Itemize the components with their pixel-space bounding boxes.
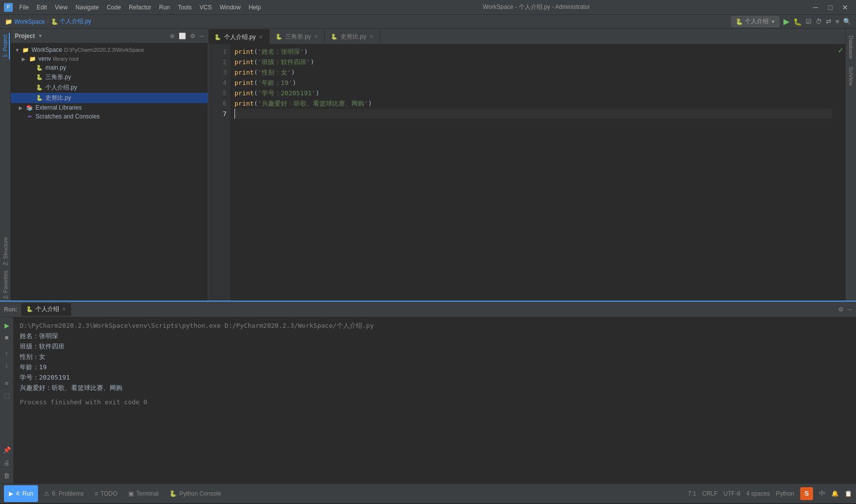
problems-bottom-tab[interactable]: ⚠ 6: Problems: [39, 485, 88, 502]
cursor-position[interactable]: 7:1: [688, 490, 697, 497]
triangle-tab-icon: 🐍: [275, 34, 282, 40]
triangle-py-icon: 🐍: [36, 74, 43, 81]
scroll-down-button[interactable]: ↓: [2, 360, 12, 370]
pin-button[interactable]: 📌: [2, 445, 12, 455]
todo-bottom-tab[interactable]: ≡ TODO: [89, 485, 122, 502]
brand-logo: S: [800, 487, 813, 500]
coverage-button[interactable]: ☑: [806, 18, 812, 25]
tree-external-libs[interactable]: ▶ 📚 External Libraries: [11, 103, 208, 112]
wrap-button[interactable]: ≡: [2, 378, 12, 388]
database-vtab[interactable]: Database: [847, 33, 855, 62]
python-console-bbt-icon: 🐍: [169, 490, 177, 497]
menu-item-run[interactable]: Run: [156, 3, 173, 12]
run-output-area: D:\PyCharm2020.2.3\WorkSpace\venv\Script…: [14, 317, 856, 483]
intro-tab-close[interactable]: ✕: [259, 34, 263, 40]
menu-item-view[interactable]: View: [51, 3, 71, 12]
tab-triangle-py[interactable]: 🐍 三角形.py ✕: [270, 29, 325, 44]
maximize-button[interactable]: □: [823, 2, 837, 13]
workspace-path: D:\PyCharm2020.2.3\WorkSpace: [64, 47, 144, 53]
menu-item-help[interactable]: Help: [245, 3, 265, 12]
close-button[interactable]: ✕: [838, 2, 852, 13]
debug-button[interactable]: 🐛: [793, 18, 802, 26]
terminal-bottom-tab[interactable]: ▣ Terminal: [123, 485, 163, 502]
notification-icon[interactable]: 🔔: [831, 490, 839, 497]
python-console-bottom-tab[interactable]: 🐍 Python Console: [164, 485, 226, 502]
indent-info[interactable]: 4 spaces: [746, 490, 770, 497]
menu-item-refactor[interactable]: Refactor: [125, 3, 155, 12]
run-config-dropdown[interactable]: 🐍 个人介绍 ▼: [731, 16, 779, 27]
run-tab-icon: 🐍: [26, 306, 33, 312]
delete-button[interactable]: 🗑: [2, 470, 12, 480]
settings-icon[interactable]: ⚙: [190, 33, 195, 39]
snoopy-py-icon: 🐍: [36, 95, 43, 102]
menu-item-file[interactable]: File: [16, 3, 32, 12]
titlebar: P FileEditViewNavigateCodeRefactorRunToo…: [0, 0, 856, 15]
filter-button[interactable]: ⬚: [2, 390, 12, 400]
main-py-label: main.py: [45, 64, 66, 71]
event-log-icon[interactable]: 📋: [845, 490, 852, 497]
project-title: Project: [15, 33, 35, 39]
menu-item-vcs[interactable]: VCS: [196, 3, 215, 12]
toolbar-icon1[interactable]: ⇄: [826, 18, 831, 25]
editor-area: 🐍 个人介绍.py ✕ 🐍 三角形.py ✕ 🐍 史努比.py ✕ 123456…: [208, 29, 845, 301]
menu-item-tools[interactable]: Tools: [174, 3, 195, 12]
tree-venv[interactable]: ▶ 📁 venv library root: [11, 54, 208, 63]
breadcrumb-file[interactable]: 个人介绍.py: [60, 17, 91, 26]
sidebar-item-project[interactable]: 1: Project: [1, 33, 10, 59]
scroll-up-button[interactable]: ↑: [2, 348, 12, 358]
output-line-1: 姓名：张明琛: [20, 331, 850, 341]
menu-item-edit[interactable]: Edit: [33, 3, 50, 12]
collapse-icon[interactable]: ⬜: [179, 33, 186, 39]
sidebar-item-structure[interactable]: Z: Structure: [1, 235, 9, 267]
locate-icon[interactable]: ⊕: [170, 33, 175, 39]
print-button[interactable]: 🖨: [2, 458, 12, 467]
toolbar-icon3[interactable]: 🔍: [843, 18, 851, 25]
run-tab-close[interactable]: ✕: [62, 306, 66, 312]
tree-workspace[interactable]: ▼ 📁 WorkSpace D:\PyCharm2020.2.3\WorkSpa…: [11, 45, 208, 54]
right-vtabs-panel: Database SciView: [845, 29, 856, 301]
triangle-tab-close[interactable]: ✕: [314, 34, 318, 40]
line-ending[interactable]: CRLF: [702, 490, 717, 497]
editor-content[interactable]: 1234567 print('姓名：张明琛') print('班级：软件四班')…: [208, 44, 845, 301]
encoding[interactable]: UTF-8: [724, 490, 740, 497]
rerun-button[interactable]: ▶: [2, 320, 12, 330]
terminal-bbt-icon: ▣: [128, 490, 134, 497]
run-tab-intro[interactable]: 🐍 个人介绍 ✕: [21, 303, 71, 316]
tree-main-py[interactable]: 🐍 main.py: [11, 63, 208, 72]
toolbar-icon2[interactable]: ≡: [835, 18, 839, 25]
sidebar-item-favorites[interactable]: 2: Favorites: [1, 269, 9, 301]
stop-button[interactable]: ■: [2, 332, 12, 342]
profile-button[interactable]: ⏱: [816, 18, 822, 25]
run-button[interactable]: ▶: [783, 17, 789, 26]
snoopy-tab-close[interactable]: ✕: [369, 34, 374, 40]
minimize-panel-icon[interactable]: ─: [199, 33, 204, 39]
ext-libs-label: External Libraries: [36, 104, 81, 111]
output-line-6: 兴趣爱好：听歌、看篮球比赛、网购: [20, 383, 850, 393]
tab-snoopy-py[interactable]: 🐍 史努比.py ✕: [325, 29, 380, 44]
tree-triangle-py[interactable]: 🐍 三角形.py: [11, 72, 208, 82]
language-info[interactable]: Python: [776, 490, 794, 497]
workspace-label[interactable]: WorkSpace: [14, 18, 45, 25]
settings-bottom-icon[interactable]: ⚙: [838, 306, 844, 313]
workspace-icon: 📁: [5, 18, 12, 25]
menu-item-navigate[interactable]: Navigate: [72, 3, 102, 12]
tab-intro-py[interactable]: 🐍 个人介绍.py ✕: [208, 29, 270, 44]
sciview-vtab[interactable]: SciView: [847, 64, 855, 89]
menu-item-code[interactable]: Code: [103, 3, 124, 12]
run-bottom-tab[interactable]: ▶ 4: Run: [4, 485, 38, 502]
minimize-bottom-icon[interactable]: ─: [848, 306, 852, 313]
run-tab-label: 个人介绍: [36, 305, 59, 313]
minimize-button[interactable]: ─: [809, 2, 822, 13]
menu-item-window[interactable]: Window: [216, 3, 244, 12]
breadcrumb-bar: 📁 WorkSpace › 🐍 个人介绍.py 🐍 个人介绍 ▼ ▶ 🐛 ☑ ⏱…: [0, 15, 856, 29]
tree-snoopy-py[interactable]: 🐍 史努比.py: [11, 93, 208, 103]
venv-sub: library root: [53, 56, 78, 62]
title-center: WorkSpace - 个人介绍.py - Administrator: [264, 3, 809, 11]
bottom-panel: Run: 🐍 个人介绍 ✕ ⚙ ─ ▶ ■ ↑ ↓ ≡ ⬚ 📌 🖨 🗑: [0, 301, 856, 483]
tree-intro-py[interactable]: 🐍 个人介绍.py: [11, 82, 208, 93]
ext-libs-icon: 📚: [26, 104, 34, 111]
tree-scratches[interactable]: ✏ Scratches and Consoles: [11, 112, 208, 121]
output-line-4: 年龄：19: [20, 362, 850, 372]
code-editor[interactable]: print('姓名：张明琛') print('班级：软件四班') print('…: [231, 44, 836, 301]
code-line-2: print('班级：软件四班'): [234, 57, 832, 67]
